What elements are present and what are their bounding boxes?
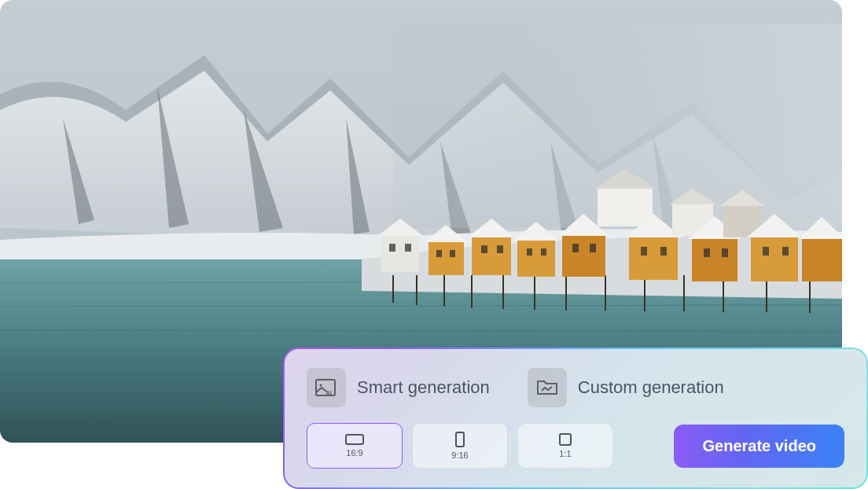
ratio-label: 1:1 (559, 449, 571, 458)
svg-rect-48 (763, 247, 769, 256)
svg-rect-44 (641, 247, 647, 256)
svg-rect-43 (590, 244, 596, 252)
svg-rect-37 (450, 250, 455, 257)
svg-rect-22 (381, 234, 419, 272)
svg-rect-35 (405, 244, 411, 252)
svg-rect-26 (562, 234, 605, 277)
svg-rect-45 (660, 247, 667, 256)
ratio-shape-icon (345, 434, 364, 445)
svg-rect-33 (802, 237, 842, 281)
ratio-shape-icon (455, 432, 465, 447)
generation-mode-row: AI Smart generation Custom generation (307, 368, 844, 407)
generate-video-button[interactable]: Generate video (674, 425, 844, 468)
svg-rect-49 (782, 247, 789, 256)
svg-rect-28 (629, 236, 678, 280)
svg-rect-41 (541, 248, 546, 256)
folder-image-icon (528, 368, 567, 407)
image-ai-icon: AI (307, 368, 346, 407)
svg-text:AI: AI (326, 389, 332, 396)
custom-generation-label: Custom generation (578, 377, 724, 398)
svg-rect-46 (704, 248, 710, 257)
svg-rect-27 (598, 187, 653, 226)
aspect-ratio-16-9[interactable]: 16:9 (307, 423, 403, 469)
svg-rect-30 (692, 237, 737, 281)
aspect-ratio-9-16[interactable]: 9:16 (412, 423, 508, 469)
svg-rect-36 (436, 250, 442, 257)
svg-rect-42 (572, 244, 579, 252)
svg-rect-39 (497, 245, 503, 253)
svg-rect-24 (472, 236, 511, 275)
svg-rect-34 (389, 244, 395, 252)
svg-rect-38 (481, 245, 487, 253)
svg-rect-47 (722, 248, 728, 257)
custom-generation-option[interactable]: Custom generation (528, 368, 724, 407)
ratio-label: 9:16 (451, 450, 468, 460)
panel-inner: AI Smart generation Custom generation 16… (285, 349, 866, 487)
svg-rect-23 (428, 241, 464, 275)
controls-row: 16:9 9:16 1:1 Generate video (307, 423, 844, 469)
svg-rect-32 (751, 236, 798, 281)
smart-generation-option[interactable]: AI Smart generation (307, 368, 490, 407)
ratio-shape-icon (559, 433, 572, 446)
aspect-ratio-1-1[interactable]: 1:1 (517, 423, 613, 469)
svg-rect-40 (527, 248, 532, 256)
svg-point-51 (320, 384, 322, 387)
generation-control-panel: AI Smart generation Custom generation 16… (283, 347, 868, 489)
smart-generation-label: Smart generation (357, 377, 490, 398)
svg-rect-25 (517, 239, 555, 277)
ratio-label: 16:9 (346, 448, 362, 458)
